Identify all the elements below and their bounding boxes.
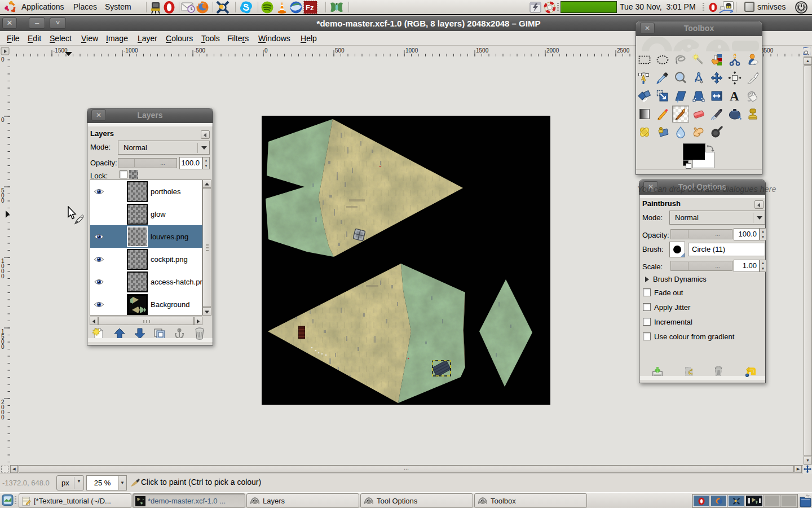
svg-text:A: A: [730, 89, 739, 103]
svg-text:Fz: Fz: [306, 3, 314, 12]
